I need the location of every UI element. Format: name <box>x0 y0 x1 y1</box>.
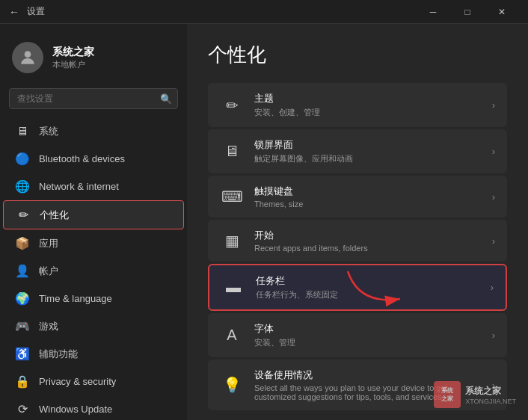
settings-icon-taskbar: ▬ <box>221 276 245 300</box>
nav-icon-privacy: 🔒 <box>15 374 30 389</box>
nav-label-time: Time & language <box>39 293 112 304</box>
main-layout: 系统之家 本地帐户 🔍 🖥 系统 🔵 Bluetooth & devices 🌐… <box>0 24 528 420</box>
sidebar-item-windows-update[interactable]: ⟳ Windows Update <box>3 395 184 420</box>
settings-icon-themes: ✏ <box>220 93 244 117</box>
settings-text-themes: 主题 安装、创建、管理 <box>254 92 482 118</box>
arrow-annotation <box>344 268 411 315</box>
settings-icon-fonts: A <box>220 324 244 348</box>
maximize-button[interactable]: □ <box>450 0 485 24</box>
sidebar-item-gaming[interactable]: 🎮 游戏 <box>3 312 184 340</box>
settings-item-touchkeyboard[interactable]: ⌨ 触摸键盘 Themes, size › <box>208 176 507 217</box>
settings-text-lockscreen: 锁屏界面 触定屏幕图像、应用和动画 <box>254 138 482 164</box>
avatar <box>12 42 43 73</box>
settings-text-fonts: 字体 安装、管理 <box>254 322 482 348</box>
nav-label-bluetooth: Bluetooth & devices <box>39 153 125 164</box>
nav-icon-system: 🖥 <box>15 125 30 138</box>
settings-item-fonts[interactable]: A 字体 安装、管理 › <box>208 313 507 357</box>
settings-desc-touchkeyboard: Themes, size <box>254 200 482 209</box>
sidebar-item-accounts[interactable]: 👤 帐户 <box>3 257 184 285</box>
svg-point-0 <box>25 51 31 58</box>
settings-text-touchkeyboard: 触摸键盘 Themes, size <box>254 185 482 209</box>
settings-desc-themes: 安装、创建、管理 <box>254 107 482 118</box>
nav-label-personalization: 个性化 <box>40 209 69 222</box>
watermark-text: 系统之家 XTONGJIIA.NET <box>465 385 516 405</box>
chevron-icon-fonts: › <box>492 330 495 341</box>
watermark: 系统之家 系统之家 XTONGJIIA.NET <box>434 381 516 408</box>
chevron-icon-lockscreen: › <box>492 146 495 157</box>
settings-item-lockscreen[interactable]: 🖥 锁屏界面 触定屏幕图像、应用和动画 › <box>208 129 507 173</box>
settings-icon-touchkeyboard: ⌨ <box>220 185 244 209</box>
sidebar-item-accessibility[interactable]: ♿ 辅助功能 <box>3 340 184 368</box>
search-icon: 🔍 <box>160 93 172 105</box>
settings-icon-lockscreen: 🖥 <box>220 140 244 164</box>
chevron-icon-themes: › <box>492 99 495 111</box>
settings-desc-fonts: 安装、管理 <box>254 337 482 348</box>
settings-desc-lockscreen: 触定屏幕图像、应用和动画 <box>254 153 482 164</box>
nav-icon-network: 🌐 <box>15 179 30 194</box>
nav-list: 🖥 系统 🔵 Bluetooth & devices 🌐 Network & i… <box>0 118 187 420</box>
nav-icon-gaming: 🎮 <box>15 319 30 333</box>
settings-icon-start: ▦ <box>220 229 244 253</box>
sidebar-item-network[interactable]: 🌐 Network & internet <box>3 173 184 200</box>
chevron-icon-taskbar: › <box>491 282 494 293</box>
settings-title-themes: 主题 <box>254 92 482 105</box>
minimize-button[interactable]: ─ <box>416 0 450 24</box>
nav-label-windows-update: Windows Update <box>39 404 112 415</box>
nav-label-accounts: 帐户 <box>39 265 58 278</box>
titlebar-controls: ─ □ ✕ <box>416 0 519 24</box>
watermark-logo: 系统之家 <box>434 381 461 408</box>
content-area: 个性化 ✏ 主题 安装、创建、管理 › 🖥 锁屏界面 触定屏幕图像、应用和动画 … <box>187 24 528 420</box>
titlebar-title: 设置 <box>27 5 45 18</box>
settings-item-start[interactable]: ▦ 开始 Recent apps and items, folders › <box>208 220 507 262</box>
titlebar-left: ← 设置 <box>9 5 45 18</box>
nav-icon-windows-update: ⟳ <box>15 402 30 416</box>
user-profile[interactable]: 系统之家 本地帐户 <box>0 30 187 85</box>
settings-item-themes[interactable]: ✏ 主题 安装、创建、管理 › <box>208 83 507 127</box>
user-info: 系统之家 本地帐户 <box>52 46 94 70</box>
settings-title-lockscreen: 锁屏界面 <box>254 138 482 152</box>
nav-label-apps: 应用 <box>39 237 58 250</box>
settings-desc-start: Recent apps and items, folders <box>254 244 482 253</box>
nav-icon-accessibility: ♿ <box>15 347 30 361</box>
nav-icon-accounts: 👤 <box>15 264 30 278</box>
sidebar-item-bluetooth[interactable]: 🔵 Bluetooth & devices <box>3 145 184 173</box>
nav-icon-bluetooth: 🔵 <box>15 152 30 166</box>
search-input[interactable] <box>9 88 178 109</box>
back-icon[interactable]: ← <box>9 6 19 18</box>
nav-icon-time: 🌍 <box>15 291 30 306</box>
nav-label-gaming: 游戏 <box>39 320 58 333</box>
settings-title-touchkeyboard: 触摸键盘 <box>254 185 482 198</box>
search-box[interactable]: 🔍 <box>9 88 178 109</box>
sidebar-item-time[interactable]: 🌍 Time & language <box>3 285 184 312</box>
nav-label-accessibility: 辅助功能 <box>39 348 78 361</box>
user-name: 系统之家 <box>52 46 94 59</box>
sidebar-item-privacy[interactable]: 🔒 Privacy & security <box>3 368 184 395</box>
close-button[interactable]: ✕ <box>485 0 519 24</box>
sidebar-item-personalization[interactable]: ✏ 个性化 <box>3 200 184 229</box>
settings-icon-device-usage: 💡 <box>220 373 244 397</box>
chevron-icon-touchkeyboard: › <box>492 191 495 203</box>
page-title: 个性化 <box>208 42 507 68</box>
sidebar-item-system[interactable]: 🖥 系统 <box>3 118 184 145</box>
nav-icon-personalization: ✏ <box>16 208 31 222</box>
chevron-icon-start: › <box>492 235 495 247</box>
titlebar: ← 设置 ─ □ ✕ <box>0 0 528 24</box>
nav-icon-apps: 📦 <box>15 236 30 250</box>
settings-title-device-usage: 设备使用情况 <box>254 368 482 382</box>
settings-title-start: 开始 <box>254 229 482 242</box>
nav-label-network: Network & internet <box>39 181 119 192</box>
settings-text-start: 开始 Recent apps and items, folders <box>254 229 482 253</box>
user-type: 本地帐户 <box>52 59 94 70</box>
nav-label-system: 系统 <box>39 125 58 138</box>
settings-title-fonts: 字体 <box>254 322 482 336</box>
sidebar-item-apps[interactable]: 📦 应用 <box>3 229 184 257</box>
sidebar: 系统之家 本地帐户 🔍 🖥 系统 🔵 Bluetooth & devices 🌐… <box>0 24 187 420</box>
nav-label-privacy: Privacy & security <box>39 376 116 387</box>
settings-list: ✏ 主题 安装、创建、管理 › 🖥 锁屏界面 触定屏幕图像、应用和动画 › ⌨ … <box>208 83 507 410</box>
